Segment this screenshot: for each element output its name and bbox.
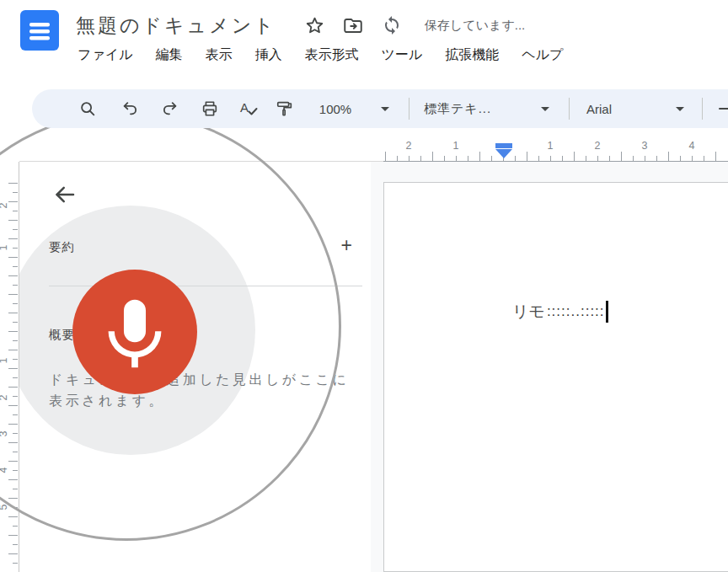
ruler-baseline-left: [19, 161, 383, 162]
app-header: 無題のドキュメント 保存しています... ファイル 編集 表示 挿入 表示形式 …: [0, 0, 728, 89]
paragraph-style-value: 標準テキ...: [424, 101, 491, 117]
back-arrow-icon: [52, 182, 78, 207]
font-value: Arial: [586, 102, 612, 116]
paint-roller-icon: [276, 99, 294, 118]
svg-text:A: A: [240, 100, 249, 115]
print-icon: [201, 99, 219, 118]
saving-sync-button[interactable]: [381, 14, 403, 36]
document-page[interactable]: リモ:::::..:::::: [383, 182, 728, 572]
star-button[interactable]: [303, 14, 325, 36]
menu-help[interactable]: ヘルプ: [522, 46, 563, 64]
star-icon: [304, 15, 325, 36]
horizontal-ruler[interactable]: 211234: [0, 128, 728, 162]
first-line-indent-triangle[interactable]: [495, 149, 512, 158]
zoom-caret[interactable]: [379, 89, 391, 128]
add-summary-button[interactable]: +: [341, 236, 352, 255]
text-cursor: [606, 301, 608, 323]
menu-format[interactable]: 表示形式: [305, 46, 359, 64]
left-indent-bar[interactable]: [495, 143, 512, 148]
redo-icon: [160, 99, 179, 118]
font-caret[interactable]: [674, 89, 686, 128]
document-title[interactable]: 無題のドキュメント: [76, 13, 276, 39]
chevron-down-icon: [541, 107, 549, 111]
chevron-down-icon: [676, 107, 684, 111]
style-caret[interactable]: [539, 89, 551, 128]
menu-insert[interactable]: 挿入: [255, 46, 282, 64]
menu-view[interactable]: 表示: [206, 46, 233, 64]
document-area: 要約 + 概要 ドキュメントに追加した見出しがここに表示されます。 リモ::::…: [19, 162, 728, 572]
paragraph-style-select[interactable]: 標準テキ...: [424, 89, 517, 128]
indent-marker[interactable]: [495, 143, 512, 158]
voice-typing-mic-button[interactable]: [72, 270, 197, 394]
google-docs-logo[interactable]: [20, 10, 59, 51]
outline-sidebar: 要約 + 概要 ドキュメントに追加した見出しがここに表示されます。: [19, 162, 371, 572]
summary-section-header: 要約 +: [49, 239, 352, 255]
save-status-text: 保存しています...: [425, 18, 525, 34]
chevron-down-icon: [381, 107, 389, 111]
font-select[interactable]: Arial: [586, 89, 637, 128]
zoom-select[interactable]: 100%: [310, 89, 361, 128]
toolbar-divider: [702, 98, 703, 120]
menu-tools[interactable]: ツール: [382, 46, 423, 64]
paint-format-button[interactable]: [271, 89, 298, 128]
back-arrow-button[interactable]: [52, 182, 78, 207]
toolbar: A 100% 標準テキ... Arial: [32, 89, 728, 128]
microphone-icon: [96, 293, 174, 371]
summary-label: 要約: [49, 239, 75, 255]
spelling-check-button[interactable]: A: [235, 89, 262, 128]
search-menus-button[interactable]: [74, 89, 101, 128]
redo-button[interactable]: [156, 89, 183, 128]
ime-composition-dots: :::::..:::::: [547, 303, 605, 320]
menu-file[interactable]: ファイル: [78, 46, 133, 64]
folder-move-icon: [342, 14, 364, 37]
search-icon: [78, 99, 97, 118]
decrease-font-size-button[interactable]: [713, 89, 728, 128]
outline-label: 概要: [49, 327, 75, 343]
minus-icon: [718, 102, 728, 115]
print-button[interactable]: [196, 89, 223, 128]
ruler-baseline-right: [383, 161, 728, 162]
undo-button[interactable]: [117, 89, 144, 128]
menu-bar: ファイル 編集 表示 挿入 表示形式 ツール 拡張機能 ヘルプ: [78, 46, 563, 64]
menu-extensions[interactable]: 拡張機能: [445, 46, 499, 64]
document-text-line[interactable]: リモ:::::..:::::: [512, 301, 608, 323]
docs-logo-icon: [20, 10, 59, 51]
spellcheck-icon: A: [238, 99, 259, 119]
toolbar-divider: [569, 98, 570, 120]
undo-icon: [121, 99, 140, 118]
vertical-ruler[interactable]: 2112345: [0, 162, 19, 572]
move-to-folder-button[interactable]: [342, 14, 364, 36]
zoom-value: 100%: [319, 102, 351, 116]
toolbar-divider: [409, 98, 410, 120]
document-text: リモ: [512, 301, 545, 323]
sync-icon: [382, 15, 402, 35]
menu-edit[interactable]: 編集: [156, 46, 183, 64]
